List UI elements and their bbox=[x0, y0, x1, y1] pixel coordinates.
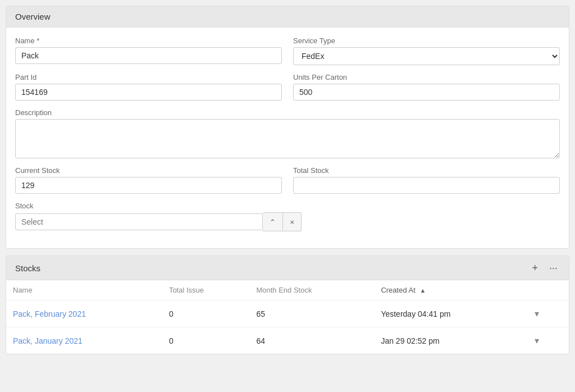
stocks-table-head: Name Total Issue Month End Stock Created… bbox=[6, 280, 569, 300]
stocks-table: Name Total Issue Month End Stock Created… bbox=[6, 280, 569, 354]
form-row-2: Part Id Units Per Carton bbox=[15, 73, 560, 101]
table-row: Pack, January 2021 0 64 Jan 29 02:52 pm … bbox=[6, 327, 569, 354]
form-row-4: Current Stock Total Stock bbox=[15, 166, 560, 194]
current-stock-input[interactable] bbox=[15, 177, 282, 194]
overview-header: Overview bbox=[6, 6, 569, 28]
sort-asc-icon: ▲ bbox=[419, 287, 426, 294]
stocks-table-container: Name Total Issue Month End Stock Created… bbox=[6, 280, 569, 354]
stocks-title: Stocks bbox=[15, 263, 40, 273]
row-2-chevron-button[interactable]: ▾ bbox=[531, 334, 542, 347]
current-stock-group: Current Stock bbox=[15, 166, 282, 194]
units-per-carton-label: Units Per Carton bbox=[293, 73, 560, 81]
col-header-created-at[interactable]: Created At ▲ bbox=[374, 280, 524, 300]
units-per-carton-group: Units Per Carton bbox=[293, 73, 560, 101]
col-header-month-end-stock: Month End Stock bbox=[249, 280, 374, 300]
close-icon: × bbox=[290, 218, 294, 226]
row-1-total-issue: 0 bbox=[162, 300, 250, 327]
stock-group: Stock ⌃ × bbox=[15, 202, 302, 231]
description-label: Description bbox=[15, 108, 560, 117]
stock-input-row: ⌃ × bbox=[15, 212, 302, 231]
stocks-table-header-row: Name Total Issue Month End Stock Created… bbox=[6, 280, 569, 300]
service-type-group: Service Type FedEx UPS DHL USPS bbox=[293, 37, 560, 65]
part-id-group: Part Id bbox=[15, 73, 282, 101]
total-stock-label: Total Stock bbox=[293, 166, 560, 175]
description-group: Description bbox=[15, 108, 560, 158]
row-1-month-end-stock: 65 bbox=[249, 300, 374, 327]
name-input[interactable] bbox=[15, 47, 282, 64]
stocks-table-body: Pack, February 2021 0 65 Yesterday 04:41… bbox=[6, 300, 569, 354]
stock-select-input[interactable] bbox=[15, 213, 263, 230]
current-stock-label: Current Stock bbox=[15, 166, 282, 175]
stock-chevron-button[interactable]: ⌃ bbox=[263, 212, 283, 231]
row-2-name[interactable]: Pack, January 2021 bbox=[6, 327, 162, 354]
overview-title: Overview bbox=[15, 12, 51, 21]
chevron-up-icon: ⌃ bbox=[270, 218, 276, 226]
row-2-created-at: Jan 29 02:52 pm bbox=[374, 327, 524, 354]
row-2-month-end-stock: 64 bbox=[249, 327, 374, 354]
service-type-label: Service Type bbox=[293, 37, 560, 45]
overview-section: Overview Name * Service Type FedEx UPS D… bbox=[6, 6, 569, 249]
part-id-label: Part Id bbox=[15, 73, 282, 81]
col-header-name: Name bbox=[6, 280, 162, 300]
stocks-section: Stocks + ··· Name Total Issue Month End … bbox=[6, 256, 569, 354]
stock-label: Stock bbox=[15, 202, 302, 210]
row-1-created-at: Yesterday 04:41 pm bbox=[374, 300, 524, 327]
stocks-header: Stocks + ··· bbox=[6, 256, 569, 280]
overview-body: Name * Service Type FedEx UPS DHL USPS P… bbox=[6, 28, 569, 248]
description-textarea[interactable] bbox=[15, 119, 560, 158]
name-group: Name * bbox=[15, 37, 282, 65]
row-1-chevron-button[interactable]: ▾ bbox=[531, 307, 542, 320]
units-per-carton-input[interactable] bbox=[293, 84, 560, 101]
stock-clear-button[interactable]: × bbox=[283, 212, 302, 231]
name-label: Name * bbox=[15, 37, 282, 45]
stocks-header-actions: + ··· bbox=[530, 262, 560, 274]
total-stock-group: Total Stock bbox=[293, 166, 560, 194]
stocks-add-button[interactable]: + bbox=[530, 262, 540, 274]
form-row-3: Description bbox=[15, 108, 560, 158]
row-2-total-issue: 0 bbox=[162, 327, 250, 354]
form-row-5: Stock ⌃ × bbox=[15, 202, 560, 231]
table-row: Pack, February 2021 0 65 Yesterday 04:41… bbox=[6, 300, 569, 327]
stocks-more-button[interactable]: ··· bbox=[547, 262, 560, 274]
row-1-name[interactable]: Pack, February 2021 bbox=[6, 300, 162, 327]
col-header-total-issue: Total Issue bbox=[162, 280, 250, 300]
service-type-select[interactable]: FedEx UPS DHL USPS bbox=[293, 47, 560, 65]
form-row-1: Name * Service Type FedEx UPS DHL USPS bbox=[15, 37, 560, 65]
part-id-input[interactable] bbox=[15, 84, 282, 101]
row-2-action: ▾ bbox=[524, 327, 569, 354]
row-1-action: ▾ bbox=[524, 300, 569, 327]
total-stock-input[interactable] bbox=[293, 177, 560, 194]
col-header-action bbox=[524, 280, 569, 300]
